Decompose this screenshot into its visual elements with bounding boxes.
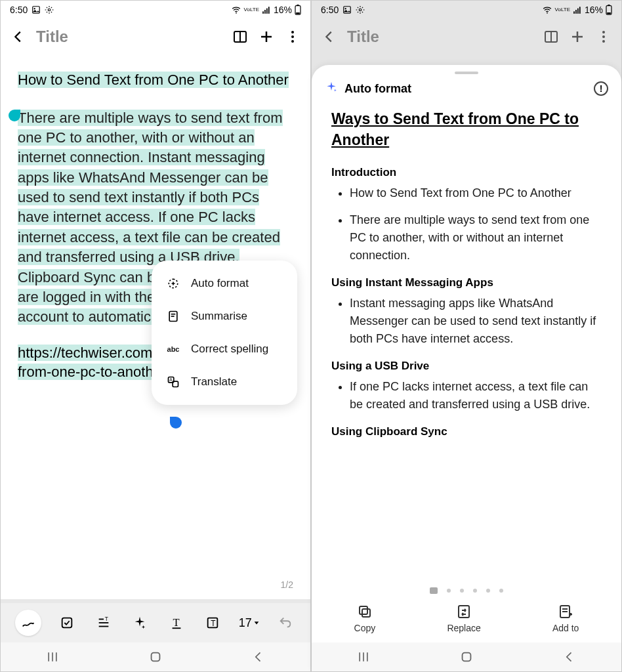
battery-percent: 16% bbox=[585, 5, 603, 15]
undo-button[interactable] bbox=[275, 612, 296, 633]
svg-rect-43 bbox=[575, 10, 577, 14]
sheet-handle[interactable] bbox=[455, 72, 478, 74]
svg-rect-44 bbox=[577, 9, 579, 14]
svg-rect-58 bbox=[459, 606, 469, 618]
svg-point-53 bbox=[602, 31, 605, 33]
add-icon[interactable] bbox=[258, 28, 275, 45]
handwriting-button[interactable] bbox=[15, 610, 41, 636]
wifi-icon bbox=[542, 5, 552, 14]
svg-point-55 bbox=[602, 40, 605, 43]
note-editor[interactable]: How to Send Text from One PC to Another … bbox=[1, 54, 310, 595]
pager-dot[interactable] bbox=[499, 589, 503, 593]
status-time: 6:50 bbox=[321, 5, 339, 15]
pager-dot[interactable] bbox=[460, 589, 464, 593]
page-indicator: 1/2 bbox=[281, 579, 293, 590]
menu-translate[interactable]: A Translate bbox=[152, 366, 297, 398]
pager-dot[interactable] bbox=[447, 589, 451, 593]
svg-rect-5 bbox=[264, 10, 266, 14]
reader-icon[interactable] bbox=[232, 28, 249, 45]
menu-label: Correct spelling bbox=[191, 343, 268, 356]
nav-back-button[interactable] bbox=[250, 648, 267, 665]
svg-point-1 bbox=[34, 8, 35, 9]
list-item: How to Send Text from One PC to Another bbox=[350, 184, 602, 202]
svg-rect-45 bbox=[579, 7, 581, 13]
android-navbar bbox=[1, 642, 310, 671]
text-box-button[interactable]: T bbox=[202, 612, 223, 633]
reader-icon[interactable] bbox=[543, 28, 560, 45]
back-icon[interactable] bbox=[321, 28, 338, 45]
selection-handle-start[interactable] bbox=[9, 110, 20, 121]
copy-button[interactable]: Copy bbox=[354, 603, 376, 633]
sheet-content[interactable]: Ways to Send Text from One PC to Another… bbox=[312, 103, 621, 581]
back-icon[interactable] bbox=[10, 28, 27, 45]
menu-auto-format[interactable]: Auto format bbox=[152, 267, 297, 300]
text-style-button[interactable]: T bbox=[166, 612, 187, 633]
list-item: There are multiple ways to send text fro… bbox=[350, 211, 602, 264]
section-heading: Using Instant Messaging Apps bbox=[331, 276, 602, 289]
page-title[interactable]: Title bbox=[347, 28, 379, 46]
section-heading: Introduction bbox=[331, 166, 602, 179]
ai-button[interactable] bbox=[129, 612, 150, 633]
svg-point-41 bbox=[547, 12, 548, 14]
pager-dot[interactable] bbox=[473, 589, 477, 593]
text-format-button[interactable]: T bbox=[93, 612, 114, 633]
page-title[interactable]: Title bbox=[36, 28, 68, 46]
svg-point-39 bbox=[345, 8, 346, 9]
context-menu: Auto format Summarise abc Correct spelli… bbox=[152, 261, 297, 405]
menu-correct-spelling[interactable]: abc Correct spelling bbox=[152, 333, 297, 366]
svg-point-15 bbox=[291, 31, 294, 33]
image-icon bbox=[31, 5, 41, 14]
left-phone: 6:50 VoLTE 16% Title bbox=[0, 0, 311, 672]
svg-rect-0 bbox=[33, 7, 40, 14]
action-label: Copy bbox=[354, 623, 376, 633]
status-bar: 6:50 VoLTE 16% bbox=[1, 1, 310, 19]
checkbox-button[interactable] bbox=[56, 612, 77, 633]
note-heading[interactable]: How to Send Text from One PC to Another bbox=[18, 72, 289, 88]
more-icon[interactable] bbox=[284, 28, 301, 45]
list-item: If one PC lacks internet access, a text … bbox=[350, 378, 602, 413]
svg-text:T: T bbox=[211, 619, 215, 628]
pager-dot[interactable] bbox=[486, 589, 490, 593]
add-icon[interactable] bbox=[569, 28, 586, 45]
menu-label: Translate bbox=[191, 375, 237, 388]
battery-icon bbox=[606, 5, 612, 15]
copy-icon bbox=[356, 603, 373, 620]
gear-icon bbox=[45, 5, 54, 14]
add-to-button[interactable]: Add to bbox=[552, 603, 579, 633]
info-icon[interactable]: ! bbox=[594, 81, 608, 96]
menu-summarise[interactable]: Summarise bbox=[152, 300, 297, 333]
svg-point-17 bbox=[291, 40, 294, 43]
battery-percent: 16% bbox=[274, 5, 292, 15]
svg-rect-4 bbox=[262, 11, 264, 14]
pager-dot[interactable] bbox=[430, 587, 438, 594]
formatted-title: Ways to Send Text from One PC to Another bbox=[331, 108, 602, 150]
home-button[interactable] bbox=[458, 648, 475, 665]
svg-text:A: A bbox=[169, 377, 173, 382]
network-label: VoLTE bbox=[244, 7, 259, 12]
home-button[interactable] bbox=[147, 648, 164, 665]
more-icon[interactable] bbox=[595, 28, 612, 45]
svg-point-16 bbox=[291, 35, 294, 38]
replace-button[interactable]: Replace bbox=[447, 603, 480, 633]
network-label: VoLTE bbox=[555, 7, 570, 12]
replace-icon bbox=[455, 603, 472, 620]
svg-rect-42 bbox=[573, 11, 575, 14]
svg-point-40 bbox=[360, 9, 362, 11]
recents-button[interactable] bbox=[355, 648, 372, 665]
svg-rect-67 bbox=[463, 653, 471, 662]
svg-rect-57 bbox=[360, 606, 367, 614]
font-size-selector[interactable]: 17 bbox=[239, 616, 260, 630]
section-heading: Using a USB Drive bbox=[331, 360, 602, 373]
pager-dots[interactable] bbox=[312, 581, 621, 597]
recents-button[interactable] bbox=[44, 648, 61, 665]
svg-rect-38 bbox=[344, 7, 351, 14]
auto-format-sheet: Auto format ! Ways to Send Text from One… bbox=[312, 65, 621, 671]
battery-icon bbox=[295, 5, 301, 15]
sheet-actions: Copy Replace Add to bbox=[312, 597, 621, 642]
status-time: 6:50 bbox=[10, 5, 28, 15]
selection-handle-end[interactable] bbox=[170, 417, 182, 429]
wifi-icon bbox=[231, 5, 241, 14]
auto-format-icon bbox=[166, 276, 180, 291]
nav-back-button[interactable] bbox=[561, 648, 578, 665]
list-item: Instant messaging apps like WhatsAnd Mes… bbox=[350, 295, 602, 348]
